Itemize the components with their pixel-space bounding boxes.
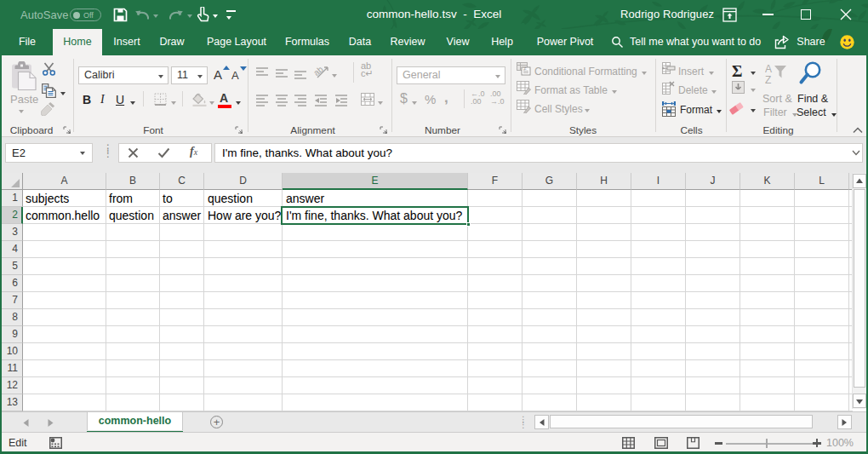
svg-text:ab: ab — [311, 66, 325, 78]
svg-text:≠: ≠ — [523, 66, 527, 72]
svg-text:Z: Z — [765, 74, 771, 85]
svg-text:A: A — [765, 63, 772, 75]
